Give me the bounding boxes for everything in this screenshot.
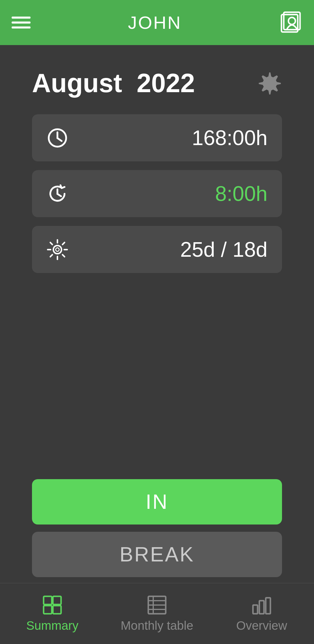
menu-line-2 [12, 22, 31, 24]
work-days-card: 25d / 18d [32, 226, 282, 273]
monthly-table-label: Monthly table [121, 619, 193, 633]
clock-icon [47, 127, 68, 149]
total-hours-card: 168:00h [32, 114, 282, 161]
overtime-value: 8:00h [215, 182, 267, 206]
work-days-value: 25d / 18d [180, 238, 267, 261]
in-button[interactable]: IN [32, 479, 282, 525]
svg-line-17 [50, 255, 52, 257]
svg-point-2 [288, 17, 295, 24]
bottom-nav: Summary Monthly table Overview [0, 583, 314, 644]
nav-item-overview[interactable]: Overview [209, 595, 314, 633]
summary-label: Summary [26, 619, 78, 633]
svg-rect-19 [44, 596, 52, 604]
profile-icon [279, 10, 302, 34]
nav-item-summary[interactable]: Summary [0, 595, 105, 633]
monthly-table-icon [147, 595, 167, 615]
month-year-title: August 2022 [32, 68, 195, 98]
action-buttons: IN BREAK [32, 479, 282, 577]
svg-line-15 [63, 255, 65, 257]
summary-icon [42, 595, 63, 615]
svg-line-6 [58, 138, 62, 141]
svg-rect-21 [44, 606, 52, 614]
month-label: August [32, 69, 122, 98]
svg-line-14 [50, 242, 52, 245]
main-content: August 2022 168:00h 8:00h [0, 45, 314, 273]
svg-point-9 [53, 245, 62, 254]
overview-icon [251, 595, 272, 615]
settings-icon [259, 71, 282, 94]
menu-button[interactable] [12, 17, 31, 28]
menu-line-3 [12, 26, 31, 28]
break-button[interactable]: BREAK [32, 532, 282, 577]
nav-item-monthly-table[interactable]: Monthly table [105, 595, 209, 633]
svg-rect-22 [53, 606, 61, 614]
user-name: JOHN [128, 12, 182, 33]
menu-line-1 [12, 17, 31, 19]
overview-label: Overview [236, 619, 287, 633]
sun-icon [47, 239, 68, 261]
month-header: August 2022 [32, 68, 282, 98]
svg-point-18 [56, 248, 59, 251]
overtime-card: 8:00h [32, 170, 282, 217]
total-hours-value: 168:00h [192, 126, 267, 150]
svg-line-16 [63, 242, 65, 245]
year-label: 2022 [137, 69, 195, 98]
clock-refresh-icon [47, 183, 68, 205]
svg-rect-30 [266, 598, 270, 614]
svg-rect-20 [53, 596, 61, 604]
top-bar: JOHN [0, 0, 314, 45]
settings-button[interactable] [259, 71, 282, 95]
svg-rect-28 [253, 605, 258, 614]
profile-button[interactable] [279, 10, 302, 35]
svg-line-8 [58, 194, 61, 196]
svg-rect-29 [259, 601, 264, 614]
